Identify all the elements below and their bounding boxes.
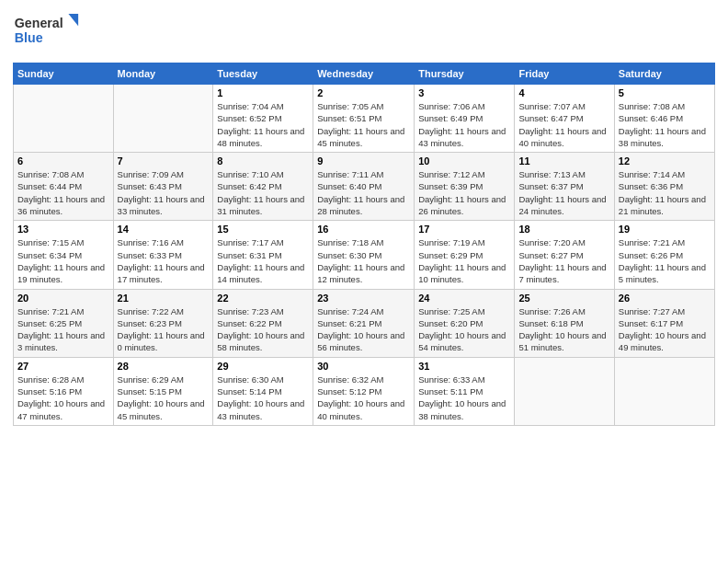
day-info: Sunrise: 7:17 AM Sunset: 6:31 PM Dayligh… bbox=[217, 236, 309, 285]
day-info: Sunrise: 7:16 AM Sunset: 6:33 PM Dayligh… bbox=[118, 236, 210, 285]
day-cell: 18Sunrise: 7:20 AM Sunset: 6:27 PM Dayli… bbox=[515, 221, 614, 289]
day-info: Sunrise: 6:28 AM Sunset: 5:16 PM Dayligh… bbox=[17, 373, 109, 422]
day-info: Sunrise: 7:11 AM Sunset: 6:40 PM Dayligh… bbox=[317, 168, 410, 217]
svg-text:General: General bbox=[15, 16, 63, 30]
day-cell: 11Sunrise: 7:13 AM Sunset: 6:37 PM Dayli… bbox=[515, 153, 614, 221]
day-number: 13 bbox=[17, 224, 109, 235]
day-number: 20 bbox=[17, 293, 109, 304]
day-number: 16 bbox=[317, 224, 410, 235]
day-cell: 27Sunrise: 6:28 AM Sunset: 5:16 PM Dayli… bbox=[14, 357, 114, 425]
weekday-saturday: Saturday bbox=[614, 63, 714, 85]
day-info: Sunrise: 7:08 AM Sunset: 6:46 PM Dayligh… bbox=[619, 100, 711, 149]
day-cell: 20Sunrise: 7:21 AM Sunset: 6:25 PM Dayli… bbox=[14, 289, 114, 357]
day-number: 31 bbox=[418, 361, 510, 372]
day-cell: 30Sunrise: 6:32 AM Sunset: 5:12 PM Dayli… bbox=[313, 357, 415, 425]
day-info: Sunrise: 7:10 AM Sunset: 6:42 PM Dayligh… bbox=[217, 168, 309, 217]
day-number: 21 bbox=[118, 293, 210, 304]
day-info: Sunrise: 7:04 AM Sunset: 6:52 PM Dayligh… bbox=[217, 100, 309, 149]
weekday-wednesday: Wednesday bbox=[313, 63, 415, 85]
day-cell: 23Sunrise: 7:24 AM Sunset: 6:21 PM Dayli… bbox=[313, 289, 415, 357]
day-info: Sunrise: 7:21 AM Sunset: 6:26 PM Dayligh… bbox=[619, 236, 711, 285]
logo-svg: General Blue bbox=[13, 9, 86, 55]
day-cell bbox=[14, 85, 114, 153]
day-number: 30 bbox=[317, 361, 410, 372]
day-cell: 22Sunrise: 7:23 AM Sunset: 6:22 PM Dayli… bbox=[213, 289, 313, 357]
week-row-2: 6Sunrise: 7:08 AM Sunset: 6:44 PM Daylig… bbox=[14, 153, 715, 221]
day-info: Sunrise: 7:14 AM Sunset: 6:36 PM Dayligh… bbox=[619, 168, 711, 217]
day-info: Sunrise: 7:25 AM Sunset: 6:20 PM Dayligh… bbox=[418, 305, 510, 354]
day-info: Sunrise: 7:26 AM Sunset: 6:18 PM Dayligh… bbox=[518, 305, 609, 354]
day-number: 26 bbox=[619, 293, 711, 304]
day-cell: 31Sunrise: 6:33 AM Sunset: 5:11 PM Dayli… bbox=[415, 357, 515, 425]
day-info: Sunrise: 7:19 AM Sunset: 6:29 PM Dayligh… bbox=[418, 236, 510, 285]
day-number: 7 bbox=[118, 155, 210, 167]
day-cell: 4Sunrise: 7:07 AM Sunset: 6:47 PM Daylig… bbox=[515, 85, 614, 153]
day-info: Sunrise: 7:08 AM Sunset: 6:44 PM Dayligh… bbox=[17, 168, 109, 217]
day-number: 3 bbox=[418, 87, 510, 98]
weekday-tuesday: Tuesday bbox=[213, 63, 313, 85]
day-info: Sunrise: 7:23 AM Sunset: 6:22 PM Dayligh… bbox=[217, 305, 309, 354]
weekday-header-row: SundayMondayTuesdayWednesdayThursdayFrid… bbox=[14, 63, 715, 85]
day-number: 5 bbox=[619, 87, 711, 98]
day-cell bbox=[113, 85, 213, 153]
day-cell: 8Sunrise: 7:10 AM Sunset: 6:42 PM Daylig… bbox=[213, 153, 313, 221]
day-info: Sunrise: 7:21 AM Sunset: 6:25 PM Dayligh… bbox=[17, 305, 109, 354]
day-number: 17 bbox=[418, 224, 510, 235]
day-cell: 17Sunrise: 7:19 AM Sunset: 6:29 PM Dayli… bbox=[415, 221, 515, 289]
day-number: 29 bbox=[217, 361, 309, 372]
day-info: Sunrise: 6:30 AM Sunset: 5:14 PM Dayligh… bbox=[217, 373, 309, 422]
day-number: 1 bbox=[217, 87, 309, 98]
day-cell: 9Sunrise: 7:11 AM Sunset: 6:40 PM Daylig… bbox=[313, 153, 415, 221]
day-number: 10 bbox=[418, 155, 510, 167]
day-info: Sunrise: 7:18 AM Sunset: 6:30 PM Dayligh… bbox=[317, 236, 410, 285]
day-cell: 2Sunrise: 7:05 AM Sunset: 6:51 PM Daylig… bbox=[313, 85, 415, 153]
calendar-table: SundayMondayTuesdayWednesdayThursdayFrid… bbox=[13, 63, 715, 426]
day-info: Sunrise: 7:24 AM Sunset: 6:21 PM Dayligh… bbox=[317, 305, 410, 354]
day-number: 4 bbox=[518, 87, 609, 98]
day-cell: 26Sunrise: 7:27 AM Sunset: 6:17 PM Dayli… bbox=[614, 289, 714, 357]
day-cell: 15Sunrise: 7:17 AM Sunset: 6:31 PM Dayli… bbox=[213, 221, 313, 289]
day-info: Sunrise: 7:20 AM Sunset: 6:27 PM Dayligh… bbox=[518, 236, 609, 285]
weekday-sunday: Sunday bbox=[14, 63, 114, 85]
week-row-4: 20Sunrise: 7:21 AM Sunset: 6:25 PM Dayli… bbox=[14, 289, 715, 357]
day-number: 18 bbox=[518, 224, 609, 235]
day-number: 14 bbox=[118, 224, 210, 235]
calendar-container: General Blue SundayMondayTuesdayWednesda… bbox=[0, 0, 728, 563]
day-cell: 7Sunrise: 7:09 AM Sunset: 6:43 PM Daylig… bbox=[113, 153, 213, 221]
day-info: Sunrise: 7:06 AM Sunset: 6:49 PM Dayligh… bbox=[418, 100, 510, 149]
day-number: 25 bbox=[518, 293, 609, 304]
day-cell: 12Sunrise: 7:14 AM Sunset: 6:36 PM Dayli… bbox=[614, 153, 714, 221]
day-number: 15 bbox=[217, 224, 309, 235]
day-cell: 25Sunrise: 7:26 AM Sunset: 6:18 PM Dayli… bbox=[515, 289, 614, 357]
day-cell: 28Sunrise: 6:29 AM Sunset: 5:15 PM Dayli… bbox=[113, 357, 213, 425]
day-number: 11 bbox=[518, 155, 609, 167]
day-cell: 3Sunrise: 7:06 AM Sunset: 6:49 PM Daylig… bbox=[415, 85, 515, 153]
day-number: 24 bbox=[418, 293, 510, 304]
day-cell: 21Sunrise: 7:22 AM Sunset: 6:23 PM Dayli… bbox=[113, 289, 213, 357]
header: General Blue bbox=[13, 9, 715, 55]
day-cell: 19Sunrise: 7:21 AM Sunset: 6:26 PM Dayli… bbox=[614, 221, 714, 289]
day-cell: 1Sunrise: 7:04 AM Sunset: 6:52 PM Daylig… bbox=[213, 85, 313, 153]
day-info: Sunrise: 7:09 AM Sunset: 6:43 PM Dayligh… bbox=[118, 168, 210, 217]
day-number: 12 bbox=[619, 155, 711, 167]
day-cell: 13Sunrise: 7:15 AM Sunset: 6:34 PM Dayli… bbox=[14, 221, 114, 289]
day-cell: 16Sunrise: 7:18 AM Sunset: 6:30 PM Dayli… bbox=[313, 221, 415, 289]
day-cell: 6Sunrise: 7:08 AM Sunset: 6:44 PM Daylig… bbox=[14, 153, 114, 221]
day-info: Sunrise: 7:22 AM Sunset: 6:23 PM Dayligh… bbox=[118, 305, 210, 354]
day-cell bbox=[515, 357, 614, 425]
logo: General Blue bbox=[13, 9, 86, 55]
weekday-friday: Friday bbox=[515, 63, 614, 85]
day-info: Sunrise: 6:32 AM Sunset: 5:12 PM Dayligh… bbox=[317, 373, 410, 422]
day-info: Sunrise: 7:07 AM Sunset: 6:47 PM Dayligh… bbox=[518, 100, 609, 149]
week-row-3: 13Sunrise: 7:15 AM Sunset: 6:34 PM Dayli… bbox=[14, 221, 715, 289]
day-cell: 29Sunrise: 6:30 AM Sunset: 5:14 PM Dayli… bbox=[213, 357, 313, 425]
day-number: 19 bbox=[619, 224, 711, 235]
day-info: Sunrise: 7:05 AM Sunset: 6:51 PM Dayligh… bbox=[317, 100, 410, 149]
day-number: 22 bbox=[217, 293, 309, 304]
day-number: 23 bbox=[317, 293, 410, 304]
day-cell: 24Sunrise: 7:25 AM Sunset: 6:20 PM Dayli… bbox=[415, 289, 515, 357]
day-number: 6 bbox=[17, 155, 109, 167]
day-number: 9 bbox=[317, 155, 410, 167]
weekday-thursday: Thursday bbox=[415, 63, 515, 85]
svg-marker-2 bbox=[68, 14, 78, 26]
